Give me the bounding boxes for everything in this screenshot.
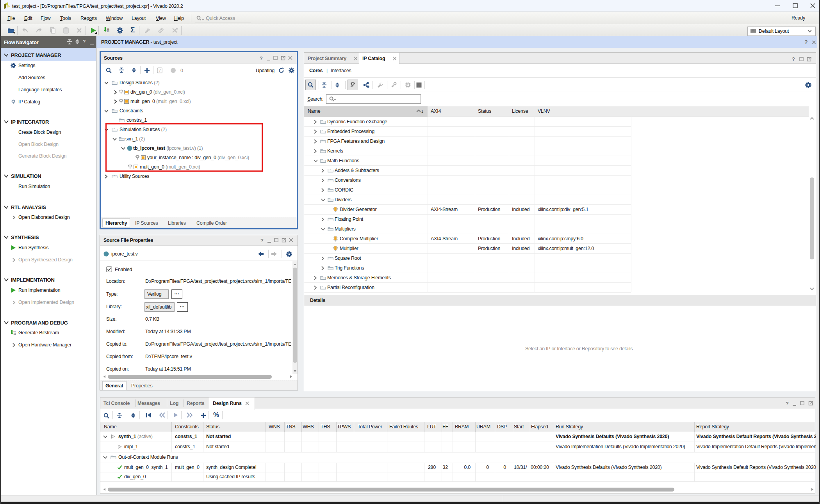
svg-text:?: ? xyxy=(159,68,161,73)
svg-text:1: 1 xyxy=(421,110,423,114)
svg-text:10: 10 xyxy=(107,30,110,32)
svg-text:10: 10 xyxy=(14,333,16,335)
svg-text:01: 01 xyxy=(14,330,16,333)
svg-text:01: 01 xyxy=(107,28,110,30)
